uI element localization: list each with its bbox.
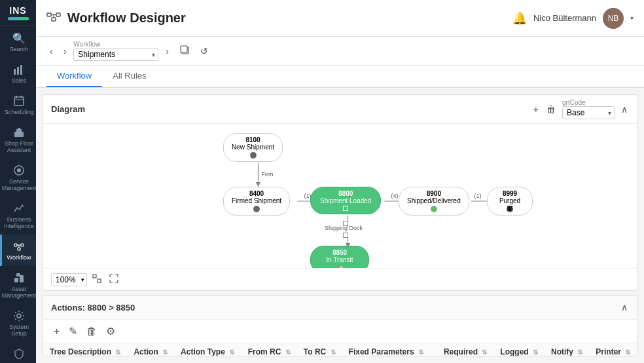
- svg-text:(4): (4): [391, 193, 399, 199]
- node-8850[interactable]: 8850 In Transit 🚛: [310, 246, 369, 268]
- svg-rect-2: [20, 65, 22, 75]
- node-8999-label: Purged: [495, 197, 524, 204]
- diagram-delete-button[interactable]: 🗑: [545, 103, 557, 116]
- node-8400[interactable]: 8400 Firmed Shipment: [223, 187, 290, 216]
- sidebar-item-shop-floor[interactable]: Shop Floor Assistant: [0, 121, 36, 159]
- sidebar-item-bi[interactable]: Business Intelligence: [0, 197, 36, 235]
- node-8100[interactable]: 8100 New Shipment: [223, 133, 283, 162]
- sort-icon-to-rc[interactable]: ⇅: [331, 349, 336, 356]
- actions-delete-button[interactable]: 🗑: [84, 324, 99, 339]
- sidebar-label-workflow: Workflow: [7, 254, 31, 261]
- header-left: Workflow Designer: [46, 9, 186, 27]
- workflow-toolbar: ‹ › Workflow Shipments ▾ › ↺: [36, 37, 644, 66]
- diagram-add-button[interactable]: +: [532, 103, 540, 116]
- page-title: Workflow Designer: [67, 10, 186, 26]
- content-area: Diagram + 🗑 grtCode Base ▾ ∧: [36, 88, 644, 363]
- chevron-down-icon[interactable]: ▾: [630, 14, 634, 22]
- svg-point-20: [17, 314, 21, 318]
- zoom-external-button[interactable]: [90, 273, 104, 286]
- sidebar-label-bi: Business Intelligence: [2, 216, 36, 229]
- node-8800-icons: [320, 206, 371, 211]
- sidebar-item-asset[interactable]: Asset Management: [0, 266, 36, 304]
- sidebar-item-sales[interactable]: Sales: [0, 58, 36, 89]
- copy-button[interactable]: [176, 43, 193, 59]
- sidebar-item-system-admin[interactable]: System Administration: [0, 342, 36, 363]
- col-tree-description: Tree Description ⇅: [43, 343, 127, 356]
- node-8100-dot: [250, 152, 257, 159]
- actions-title: Actions: 8800 > 8850: [51, 303, 135, 313]
- zoom-select[interactable]: 100% 50% 75% 125% 150%: [51, 273, 87, 286]
- main-tabs: Workflow All Rules: [36, 66, 644, 88]
- zoom-fullscreen-button[interactable]: [107, 273, 121, 286]
- zoom-controls: 100% 50% 75% 125% 150% ▾: [43, 268, 637, 290]
- svg-rect-13: [21, 244, 24, 246]
- sidebar-item-system-setup[interactable]: System Setup: [0, 304, 36, 342]
- sort-icon-required[interactable]: ⇅: [482, 349, 487, 356]
- sidebar: INS 🔍 Search Sales Scheduling Shop Floor…: [0, 0, 36, 363]
- sidebar-item-service[interactable]: Service Management: [0, 159, 36, 197]
- workflow-select[interactable]: Shipments: [73, 48, 158, 61]
- svg-rect-19: [16, 273, 20, 277]
- workflow-select-container: Shipments ▾: [73, 48, 158, 61]
- sort-icon-from-rc[interactable]: ⇅: [285, 349, 291, 356]
- node-8900-dot: [431, 206, 437, 212]
- svg-rect-0: [14, 69, 16, 75]
- svg-rect-22: [56, 13, 60, 16]
- node-8900-number: 8900: [407, 190, 461, 197]
- actions-settings-button[interactable]: ⚙: [103, 324, 118, 339]
- actions-add-button[interactable]: +: [51, 324, 62, 339]
- tab-workflow[interactable]: Workflow: [46, 66, 102, 87]
- notification-bell-icon[interactable]: 🔔: [512, 11, 527, 26]
- node-8999[interactable]: 8999 Purged 🗑: [487, 187, 533, 216]
- sidebar-item-workflow[interactable]: Workflow: [0, 235, 36, 266]
- col-printer: Printer ⇅: [589, 343, 637, 356]
- node-8100-label: New Shipment: [232, 143, 274, 151]
- actions-table-wrapper: Tree Description ⇅ Action ⇅ Action Type …: [43, 343, 637, 356]
- sidebar-item-search[interactable]: 🔍 Search: [0, 26, 36, 58]
- svg-text:(1): (1): [474, 193, 482, 199]
- grtcode-label: grtCode: [562, 99, 615, 106]
- refresh-button[interactable]: ↺: [197, 44, 211, 58]
- workflow-label: Workflow: [73, 41, 158, 48]
- sort-icon-notify[interactable]: ⇅: [577, 349, 582, 356]
- diagram-collapse-button[interactable]: ∧: [620, 103, 629, 116]
- node-8900[interactable]: 8900 Shipped/Delivered: [399, 187, 469, 216]
- node-8800[interactable]: 8800 Shipment Loaded: [310, 187, 381, 214]
- tab-all-rules[interactable]: All Rules: [102, 66, 156, 87]
- sort-icon-tree[interactable]: ⇅: [115, 349, 120, 356]
- sidebar-label-shopfloor: Shop Floor Assistant: [2, 140, 36, 153]
- sort-icon-printer[interactable]: ⇅: [625, 349, 630, 356]
- node-8400-dot: [253, 206, 260, 212]
- col-required: Required ⇅: [437, 343, 493, 356]
- svg-rect-38: [93, 275, 96, 278]
- table-header: Tree Description ⇅ Action ⇅ Action Type …: [43, 343, 637, 356]
- forward-button[interactable]: ›: [60, 44, 70, 58]
- main-content: Workflow Designer 🔔 Nico Bültermann NB ▾…: [36, 0, 644, 363]
- workflow-icon: [12, 240, 26, 253]
- sort-icon-fixed-params[interactable]: ⇅: [418, 349, 423, 356]
- actions-toolbar: + ✎ 🗑 ⚙: [43, 320, 637, 343]
- actions-collapse-button[interactable]: ∧: [620, 301, 629, 314]
- diagram-section: Diagram + 🗑 grtCode Base ▾ ∧: [43, 94, 637, 291]
- col-from-rc: From RC ⇅: [241, 343, 297, 356]
- shipping-dock-connector: [343, 221, 348, 226]
- sort-icon-action-type[interactable]: ⇅: [229, 349, 234, 356]
- sidebar-label-sales: Sales: [12, 77, 27, 84]
- actions-edit-button[interactable]: ✎: [66, 324, 80, 339]
- avatar[interactable]: NB: [603, 8, 624, 29]
- service-icon: [12, 164, 26, 177]
- back-button[interactable]: ‹: [46, 44, 56, 58]
- sidebar-item-scheduling[interactable]: Scheduling: [0, 89, 36, 121]
- diagram-header: Diagram + 🗑 grtCode Base ▾ ∧: [43, 95, 637, 124]
- sort-icon-logged[interactable]: ⇅: [533, 349, 538, 356]
- sidebar-label-service: Service Management: [2, 178, 37, 191]
- actions-header: Actions: 8800 > 8850 ∧: [43, 296, 637, 320]
- sort-icon-action[interactable]: ⇅: [162, 349, 168, 356]
- svg-rect-1: [17, 67, 19, 75]
- col-fixed-params: Fixed Parameters ⇅: [342, 343, 437, 356]
- asset-icon: [12, 271, 26, 284]
- grtcode-select[interactable]: Base: [562, 106, 615, 119]
- node-8400-number: 8400: [232, 190, 281, 197]
- nav-forward-button[interactable]: ›: [162, 44, 172, 58]
- node-8100-number: 8100: [232, 136, 274, 143]
